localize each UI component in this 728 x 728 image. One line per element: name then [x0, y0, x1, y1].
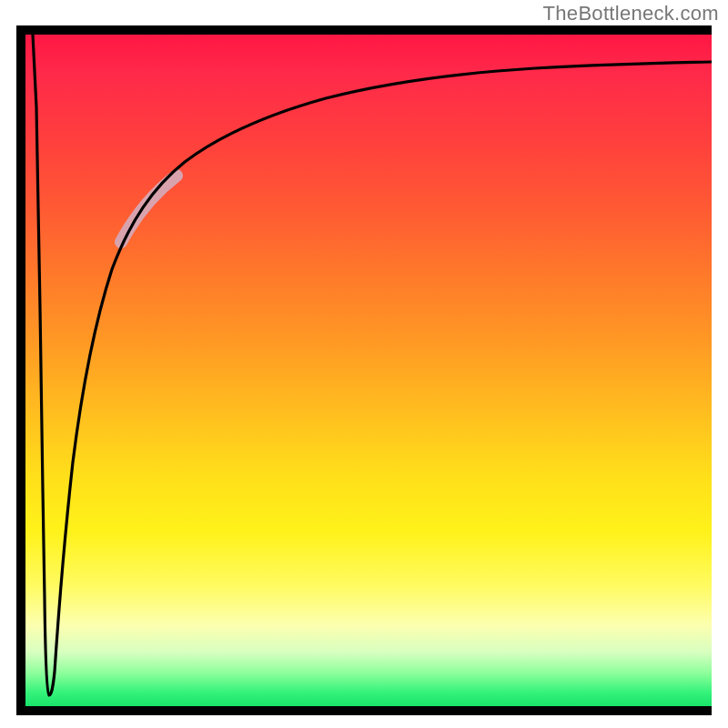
chart-frame — [16, 25, 712, 715]
main-curve — [33, 35, 712, 695]
curve-svg — [25, 35, 712, 706]
plot-area — [25, 35, 712, 706]
chart-stage: TheBottleneck.com — [0, 0, 728, 728]
watermark-text: TheBottleneck.com — [543, 2, 719, 25]
